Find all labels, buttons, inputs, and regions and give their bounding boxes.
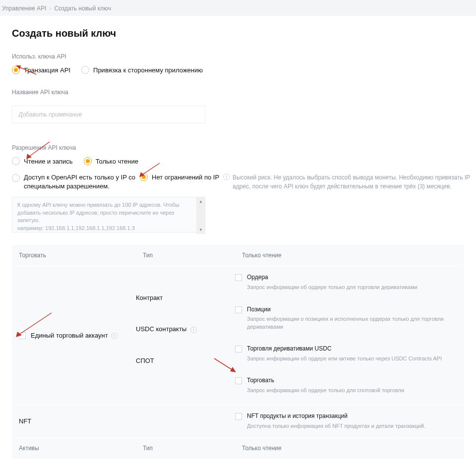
column-header-trade: Торговать [19,252,143,259]
radio-ip-unrestricted[interactable]: Нет ограничений по IP [140,173,219,181]
breadcrumb-item-api-management[interactable]: Управление API [2,5,46,12]
checkbox-orders[interactable] [235,274,242,281]
read-item-title: Ордера [247,273,417,282]
read-item-desc: Доступна только информация об NFT продук… [247,422,425,430]
checkbox-positions[interactable] [235,306,242,313]
read-item-title: Торговать [247,376,404,385]
scroll-down-icon[interactable] [197,226,205,234]
checkbox-usdc-derivatives[interactable] [235,346,242,352]
section-label-key-name: Название API ключа [12,89,464,96]
type-contract: Контракт [136,266,235,313]
radio-bind-third-party[interactable]: Привязка к стороннему приложению [81,66,203,74]
column-header-type: Тип [143,252,242,259]
chevron-right-icon: › [49,5,51,12]
radio-label: Транзакция API [24,66,70,74]
type-usdc-label: USDC контракты [136,325,186,333]
read-item-desc: Запрос информации о позициях и исполненн… [247,315,457,331]
checkbox-spot-trade[interactable] [235,377,242,384]
nft-label: NFT [19,417,31,425]
info-icon: i [223,174,230,180]
checkbox-unified-trading[interactable] [19,332,26,339]
read-item-title: Торговля деривативами USDC [247,345,442,353]
radio-label: Привязка к стороннему приложению [93,66,203,74]
read-item-desc: Запрос информации об ордере только для т… [247,284,417,291]
column-header-assets: Активы [19,445,143,452]
radio-read-only[interactable]: Только чтение [84,157,138,165]
scroll-up-icon[interactable] [197,197,205,205]
radio-label: Нет ограничений по IP [152,174,219,181]
read-item-desc: Запрос информации об ордере только для с… [247,387,404,394]
radio-label: Только чтение [96,158,138,165]
section-label-permissions: Разрешения API ключа [12,144,464,151]
scrollbar[interactable] [196,197,205,234]
type-spot: СПОТ [136,345,235,371]
read-item-title: Позиции [247,305,457,314]
radio-api-transaction[interactable]: Транзакция API [12,66,70,74]
type-usdc-contracts: USDC контракты i [136,313,235,345]
breadcrumb-item-create-key: Создать новый ключ [54,5,111,12]
ip-whitelist-textarea [12,197,205,233]
checkbox-nft-products[interactable] [235,413,242,420]
unified-trading-label: Единый торговый аккаунт [31,332,108,339]
breadcrumb: Управление API › Создать новый ключ [0,0,476,16]
info-icon: i [111,333,118,339]
info-icon: i [190,327,197,333]
column-header-type: Тип [143,445,242,452]
page-title: Создать новый ключ [12,28,464,39]
radio-label: Доступ к OpenAPI есть только у IP со спе… [24,173,140,191]
section-label-usage: Использ. ключа API [12,53,464,60]
column-header-readonly: Только чтение [242,445,456,452]
column-header-readonly: Только чтение [242,252,456,259]
radio-label: Чтение и запись [24,158,73,165]
read-item-title: NFT продукты и история транзакций [247,412,425,420]
trade-category-nft: NFT [12,405,136,437]
api-key-name-input[interactable] [12,106,205,123]
risk-text: Высокий риск. Не удалось выбрать способ … [233,173,472,191]
read-item-desc: Запрос информации об ордере или активе т… [247,355,442,362]
radio-read-write[interactable]: Чтение и запись [12,157,73,165]
radio-ip-restricted[interactable]: Доступ к OpenAPI есть только у IP со спе… [12,173,140,191]
